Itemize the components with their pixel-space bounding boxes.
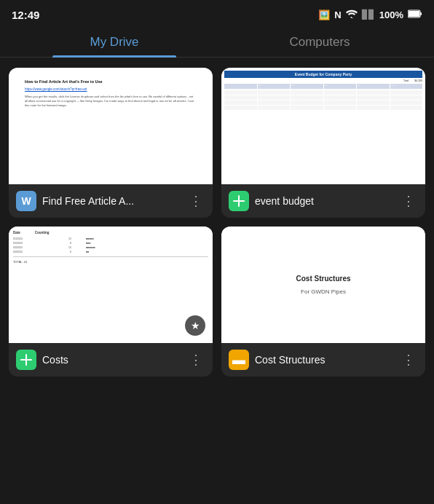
preview-title-1: How to Find Article Art that's Free to U… [25, 79, 197, 85]
plus-icon-2 [233, 195, 245, 207]
file-more-4[interactable]: ⋮ [399, 349, 418, 371]
file-card-4[interactable]: Cost Structures For GWDN Pipes ▬ Cost St… [221, 227, 425, 377]
file-preview-2: Event Budget for Company Party Total $4,… [221, 68, 425, 184]
file-name-4: Cost Structures [255, 354, 393, 366]
file-icon-sheets-2 [229, 191, 249, 211]
file-preview-1: How to Find Article Art that's Free to U… [9, 68, 213, 184]
file-card-2[interactable]: Event Budget for Company Party Total $4,… [221, 68, 425, 218]
file-name-2: event budget [255, 195, 393, 208]
file-info-3: Costs ⋮ [9, 343, 213, 377]
cost-struct-sub: For GWDN Pipes [301, 288, 346, 295]
cost-struct-title: Cost Structures [296, 275, 350, 283]
image-icon: 🖼️ [318, 9, 330, 20]
file-info-2: event budget ⋮ [221, 184, 425, 218]
file-name-3: Costs [42, 354, 181, 366]
file-more-3[interactable]: ⋮ [186, 349, 205, 371]
cost-structures-preview: Cost Structures For GWDN Pipes [221, 227, 425, 343]
tab-computers[interactable]: Computers [217, 26, 422, 57]
file-more-2[interactable]: ⋮ [399, 190, 418, 212]
file-card-3[interactable]: Date Counting 01/2024 12 ■■■■■ 02/2024 8… [9, 227, 213, 377]
file-card-1[interactable]: How to Find Article Art that's Free to U… [9, 68, 213, 218]
signal-icon: ▊▊ [362, 9, 375, 20]
svg-rect-2 [420, 12, 422, 15]
plus-icon-3 [20, 354, 32, 366]
nfc-icon: N [334, 9, 341, 20]
spreadsheet-preview: Event Budget for Company Party Total $4,… [221, 68, 425, 184]
status-bar: 12:49 🖼️ N ▊▊ 100% [0, 0, 434, 26]
file-name-1: Find Free Article A... [42, 195, 181, 208]
status-icons: 🖼️ N ▊▊ 100% [318, 8, 422, 21]
file-preview-3: Date Counting 01/2024 12 ■■■■■ 02/2024 8… [9, 227, 213, 343]
battery-icon [408, 8, 422, 21]
costs-preview: Date Counting 01/2024 12 ■■■■■ 02/2024 8… [9, 227, 213, 343]
svg-rect-1 [409, 11, 419, 17]
preview-body-1: When you get the results, click the Lice… [25, 95, 197, 108]
wifi-icon [346, 8, 358, 21]
battery-percent: 100% [379, 9, 403, 20]
file-icon-slides: ▬ [229, 350, 249, 370]
file-info-4: ▬ Cost Structures ⋮ [221, 343, 425, 377]
star-badge: ★ [185, 315, 205, 336]
file-icon-word: W [16, 191, 36, 211]
tab-my-drive[interactable]: My Drive [12, 26, 217, 57]
file-info-1: W Find Free Article A... ⋮ [9, 184, 213, 218]
status-time: 12:49 [12, 9, 39, 21]
tab-bar: My Drive Computers [0, 26, 434, 58]
file-preview-4: Cost Structures For GWDN Pipes [221, 227, 425, 343]
file-icon-sheets-3 [16, 350, 36, 370]
file-more-1[interactable]: ⋮ [186, 190, 205, 212]
preview-link-1: https://www.google.com/search?q=free+art [25, 87, 197, 92]
file-grid: How to Find Article Art that's Free to U… [0, 59, 434, 385]
